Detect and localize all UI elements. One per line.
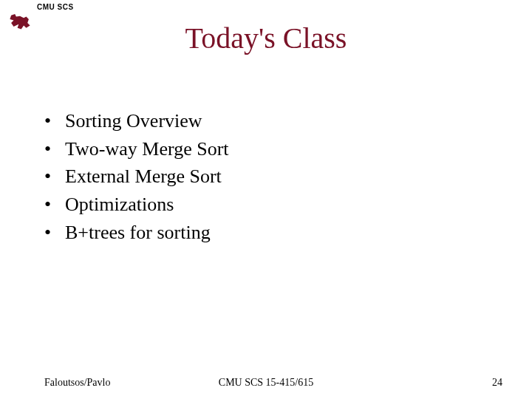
bullet-text: Sorting Overview [65, 107, 202, 135]
list-item: • Two-way Merge Sort [44, 135, 229, 163]
list-item: • B+trees for sorting [44, 219, 229, 247]
list-item: • External Merge Sort [44, 163, 229, 191]
bullet-text: Optimizations [65, 191, 174, 219]
footer-course: CMU SCS 15-415/615 [0, 377, 532, 389]
footer-page-number: 24 [492, 377, 502, 389]
list-item: • Sorting Overview [44, 107, 229, 135]
bullet-icon: • [44, 219, 65, 247]
bullet-text: External Merge Sort [65, 163, 222, 191]
bullet-icon: • [44, 191, 65, 219]
bullet-icon: • [44, 135, 65, 163]
org-label: CMU SCS [37, 3, 74, 11]
slide-title: Today's Class [0, 21, 532, 55]
list-item: • Optimizations [44, 191, 229, 219]
bullet-icon: • [44, 107, 65, 135]
bullet-text: Two-way Merge Sort [65, 135, 229, 163]
slide: CMU SCS Today's Class • Sorting Overview… [0, 0, 532, 399]
bullet-icon: • [44, 163, 65, 191]
bullet-text: B+trees for sorting [65, 219, 211, 247]
bullet-list: • Sorting Overview • Two-way Merge Sort … [44, 107, 229, 246]
